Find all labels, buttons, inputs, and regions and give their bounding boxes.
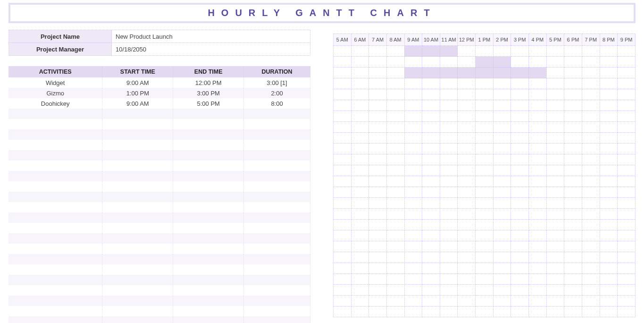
gantt-cell[interactable] — [369, 252, 387, 263]
gantt-cell[interactable] — [404, 176, 422, 187]
gantt-cell[interactable] — [564, 306, 582, 317]
gantt-cell[interactable] — [334, 306, 351, 317]
gantt-cell[interactable] — [386, 122, 404, 133]
gantt-cell[interactable] — [529, 176, 547, 187]
gantt-cell[interactable] — [564, 78, 582, 89]
gantt-cell[interactable] — [529, 165, 547, 176]
gantt-cell[interactable] — [369, 111, 387, 122]
gantt-cell[interactable] — [422, 46, 440, 57]
gantt-cell[interactable] — [476, 144, 493, 154]
gantt-cell[interactable] — [618, 209, 636, 220]
gantt-cell[interactable] — [386, 89, 404, 100]
gantt-cell[interactable] — [440, 230, 458, 241]
activity-row-empty[interactable] — [8, 192, 310, 202]
gantt-cell[interactable] — [564, 230, 582, 241]
gantt-cell[interactable] — [422, 274, 440, 285]
gantt-cell[interactable] — [386, 144, 404, 154]
gantt-cell[interactable] — [546, 252, 564, 263]
gantt-cell[interactable] — [529, 306, 547, 317]
gantt-cell[interactable] — [386, 241, 404, 252]
gantt-cell[interactable] — [493, 57, 511, 68]
gantt-cell[interactable] — [493, 122, 511, 133]
gantt-cell[interactable] — [582, 154, 600, 165]
gantt-cell[interactable] — [334, 46, 351, 57]
gantt-cell[interactable] — [386, 198, 404, 209]
gantt-cell[interactable] — [582, 111, 600, 122]
gantt-cell[interactable] — [351, 154, 369, 165]
gantt-cell[interactable] — [386, 285, 404, 296]
gantt-cell[interactable] — [351, 78, 369, 89]
gantt-cell[interactable] — [369, 263, 387, 274]
gantt-cell[interactable] — [351, 100, 369, 111]
gantt-cell[interactable] — [493, 209, 511, 220]
gantt-cell[interactable] — [582, 187, 600, 198]
gantt-cell[interactable] — [476, 296, 493, 306]
gantt-cell[interactable] — [334, 187, 351, 198]
gantt-cell[interactable] — [582, 100, 600, 111]
gantt-cell[interactable] — [618, 252, 636, 263]
gantt-cell[interactable] — [582, 230, 600, 241]
gantt-cell[interactable] — [529, 274, 547, 285]
gantt-cell[interactable] — [351, 306, 369, 317]
gantt-cell[interactable] — [476, 111, 493, 122]
gantt-cell[interactable] — [422, 306, 440, 317]
gantt-cell[interactable] — [404, 144, 422, 154]
gantt-cell[interactable] — [546, 209, 564, 220]
gantt-cell[interactable] — [582, 252, 600, 263]
gantt-cell[interactable] — [493, 176, 511, 187]
gantt-cell[interactable] — [476, 176, 493, 187]
gantt-cell[interactable] — [351, 198, 369, 209]
gantt-cell[interactable] — [511, 68, 529, 78]
gantt-cell[interactable] — [369, 198, 387, 209]
gantt-cell[interactable] — [334, 111, 351, 122]
gantt-cell[interactable] — [334, 133, 351, 144]
gantt-cell[interactable] — [369, 122, 387, 133]
gantt-cell[interactable] — [618, 165, 636, 176]
gantt-cell[interactable] — [529, 252, 547, 263]
gantt-cell[interactable] — [564, 68, 582, 78]
activity-row-empty[interactable] — [8, 119, 310, 129]
gantt-cell[interactable] — [440, 306, 458, 317]
gantt-cell[interactable] — [440, 209, 458, 220]
gantt-cell[interactable] — [564, 154, 582, 165]
gantt-cell[interactable] — [476, 198, 493, 209]
gantt-cell[interactable] — [529, 46, 547, 57]
activity-row-empty[interactable] — [8, 285, 310, 296]
gantt-cell[interactable] — [618, 176, 636, 187]
gantt-cell[interactable] — [351, 220, 369, 230]
gantt-cell[interactable] — [386, 252, 404, 263]
gantt-cell[interactable] — [476, 263, 493, 274]
gantt-cell[interactable] — [511, 306, 529, 317]
gantt-cell[interactable] — [476, 285, 493, 296]
gantt-cell[interactable] — [386, 78, 404, 89]
gantt-cell[interactable] — [386, 209, 404, 220]
gantt-cell[interactable] — [386, 46, 404, 57]
gantt-cell[interactable] — [564, 89, 582, 100]
gantt-cell[interactable] — [386, 165, 404, 176]
gantt-cell[interactable] — [529, 241, 547, 252]
gantt-cell[interactable] — [529, 296, 547, 306]
gantt-cell[interactable] — [476, 46, 493, 57]
gantt-cell[interactable] — [351, 57, 369, 68]
gantt-cell[interactable] — [564, 57, 582, 68]
gantt-cell[interactable] — [493, 133, 511, 144]
gantt-cell[interactable] — [386, 154, 404, 165]
gantt-cell[interactable] — [440, 252, 458, 263]
gantt-cell[interactable] — [511, 111, 529, 122]
gantt-cell[interactable] — [493, 241, 511, 252]
gantt-cell[interactable] — [422, 296, 440, 306]
gantt-cell[interactable] — [369, 209, 387, 220]
gantt-cell[interactable] — [582, 198, 600, 209]
gantt-cell[interactable] — [404, 46, 422, 57]
gantt-cell[interactable] — [511, 241, 529, 252]
gantt-cell[interactable] — [476, 57, 493, 68]
gantt-cell[interactable] — [511, 100, 529, 111]
gantt-cell[interactable] — [369, 68, 387, 78]
gantt-cell[interactable] — [618, 220, 636, 230]
gantt-cell[interactable] — [386, 100, 404, 111]
gantt-cell[interactable] — [404, 122, 422, 133]
gantt-cell[interactable] — [404, 252, 422, 263]
gantt-cell[interactable] — [600, 220, 618, 230]
gantt-cell[interactable] — [476, 274, 493, 285]
gantt-cell[interactable] — [369, 230, 387, 241]
